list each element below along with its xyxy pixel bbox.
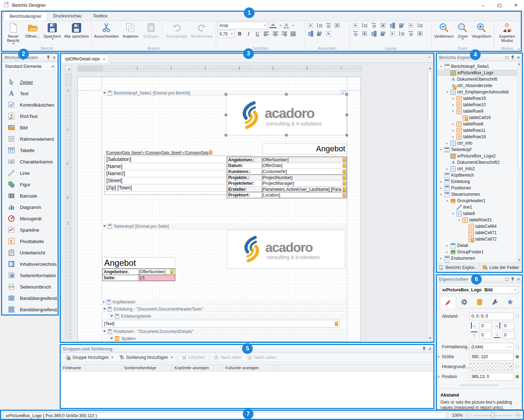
toolbox-item-charakterkamm[interactable]: abCharakterkamm [2, 156, 58, 167]
layout-tool-icon[interactable] [307, 22, 314, 29]
scroll-up-icon[interactable] [429, 67, 432, 69]
abstand-value-field[interactable]: 0; 0; 0; 0 [470, 312, 514, 320]
layout-tool-icon[interactable] [316, 22, 323, 29]
layout-tool-icon[interactable] [334, 22, 341, 29]
layout-tool-icon[interactable] [417, 30, 423, 37]
expand-arrow-icon[interactable]: ▸ [451, 135, 455, 139]
toolbox-item-pivottabelle[interactable]: ΣPivottabelle [2, 236, 58, 247]
collapse-arrow-icon[interactable] [103, 308, 106, 310]
scrollbar-thumb[interactable] [428, 71, 432, 121]
tab-list-dropdown-icon[interactable] [428, 57, 431, 58]
layout-tool-icon[interactable] [307, 30, 314, 37]
expand-arrow-icon[interactable]: ▸ [439, 186, 443, 190]
collapse-arrow-icon[interactable] [110, 315, 113, 317]
collapse-arrow-icon[interactable] [103, 330, 106, 332]
band-positionen[interactable]: Positionen - "Document.DocumentDetails" [102, 329, 347, 334]
collapse-arrow-icon[interactable]: ▾ [445, 199, 449, 203]
design-vertical-scrollbar[interactable] [427, 65, 433, 341]
selection-handle[interactable] [346, 134, 348, 136]
close-icon[interactable]: × [508, 0, 524, 11]
chevron-down-icon[interactable] [292, 25, 294, 26]
toolbox-item-figur[interactable]: Figur [2, 179, 58, 190]
pin-icon[interactable] [422, 347, 426, 351]
layout-tool-icon[interactable] [407, 30, 414, 37]
expand-arrow-icon[interactable]: ▸ [445, 250, 449, 254]
expand-arrow-icon[interactable] [103, 301, 105, 303]
expand-arrow-icon[interactable]: ▸ [451, 122, 455, 126]
picture-box-logo2[interactable]: acadoro consulting & it-solutions [227, 230, 345, 269]
selection-handle[interactable] [225, 114, 227, 116]
layout-tool-icon[interactable] [325, 22, 332, 29]
layout-tool-icon[interactable] [407, 22, 414, 29]
toolbox-item-seiteninformation[interactable]: iSeiteninformation [2, 270, 58, 281]
info-table-row[interactable]: Angebotsnr.:[OfferNumber] [227, 157, 347, 163]
toolbox-item-barcode[interactable]: Barcode [2, 190, 58, 201]
info-table-row[interactable]: Projektleiter:[ProjectManager] [227, 181, 347, 187]
toolbox-item-unterbericht[interactable]: Unterbericht [2, 247, 58, 258]
vertical-ruler[interactable]: 123 [65, 74, 71, 340]
toolbox-item-bild[interactable]: Bild [2, 122, 58, 133]
tree-item[interactable]: ▸ctrl_Info2 [437, 166, 522, 172]
tree-item[interactable]: ▸tableRow10 [437, 102, 522, 108]
underline-button[interactable]: U [253, 30, 261, 38]
delete-button[interactable]: Löschen [179, 354, 207, 361]
toolbox-item-banduebergreifend2[interactable]: Bandübergreifend... [2, 304, 58, 314]
column-header-2[interactable]: Sortierreihenfolge [122, 365, 172, 371]
tree-item[interactable]: ctrl_Absenderzeile [437, 82, 522, 89]
tree-item[interactable]: line1 [437, 204, 522, 210]
font-size-combo[interactable]: 9,75 [218, 30, 235, 38]
zoom-in-button[interactable]: Vergrößern [471, 22, 492, 38]
page-header-title-label[interactable]: Angebot [102, 257, 175, 269]
band-collapse-button[interactable] [65, 88, 71, 92]
layout-tool-icon[interactable] [398, 22, 405, 29]
toolbox-item-inhaltsverzeichnis[interactable]: Inhaltsverzeichnis [2, 258, 58, 270]
selection-handle[interactable] [285, 93, 288, 96]
resize-grip-icon[interactable] [518, 414, 522, 418]
new-report-button[interactable]: Neuer Bericht [4, 22, 23, 44]
tree-item[interactable]: tableCell64 [437, 223, 522, 230]
tree-item[interactable]: ▾Seitenkopf [437, 146, 522, 153]
pin-icon[interactable] [47, 55, 50, 59]
splitter-grip[interactable] [460, 384, 499, 386]
copy-button[interactable]: Kopieren [120, 22, 141, 38]
toolbox-item-messgeraet[interactable]: Messgerät [2, 213, 58, 224]
close-tab-icon[interactable]: × [103, 57, 105, 61]
move-down-button[interactable]: Nach unten [245, 354, 278, 361]
info-table-row[interactable]: Projektort:[Location] [227, 192, 347, 198]
tree-item[interactable]: ▸tableRow6 [437, 121, 522, 127]
explorer-scrollbar[interactable] [517, 61, 522, 263]
toolbox-item-richtext[interactable]: ARichText [2, 111, 58, 122]
dialog-launcher-icon[interactable] [517, 48, 519, 50]
toolbox-category-standard-elemente[interactable]: Standard Elemente [2, 62, 58, 71]
tree-item[interactable]: ▾table8 [437, 210, 522, 217]
toolbox-item-tabelle[interactable]: Tabelle [2, 145, 58, 156]
collapse-arrow-icon[interactable] [103, 92, 106, 94]
expand-arrow-icon[interactable]: ▸ [451, 129, 455, 132]
close-icon[interactable]: × [517, 56, 520, 59]
tree-item[interactable]: ▸Endsummen [437, 255, 522, 262]
layout-tool-icon[interactable] [389, 22, 396, 29]
selection-handle[interactable] [346, 114, 348, 116]
padding-right-field[interactable]: 0 [502, 322, 514, 329]
paste-button[interactable]: Einfügen [142, 22, 161, 38]
info-table-row[interactable]: Projektnr.:[ProjectNumber] [227, 175, 347, 181]
property-indicator[interactable] [516, 375, 519, 378]
expand-arrow-icon[interactable]: ▸ [451, 103, 455, 107]
cut-button[interactable]: Ausschneiden [93, 22, 119, 38]
layout-tool-icon[interactable] [361, 30, 368, 37]
property-indicator[interactable] [516, 365, 519, 368]
tree-item[interactable]: tableCell72 [437, 236, 522, 242]
selection-handle[interactable] [225, 134, 227, 136]
tree-item[interactable]: Kopfbereich [437, 172, 522, 178]
tree-item[interactable]: ▸tableRow11 [437, 127, 522, 134]
offer-info-table[interactable]: Angebotsnr.:[OfferNumber]Datum:[OfferDat… [227, 157, 347, 198]
expand-arrow-icon[interactable] [438, 355, 440, 358]
hintergrund-color-dropdown[interactable] [470, 363, 514, 371]
collapse-arrow-icon[interactable] [103, 225, 106, 227]
expand-arrow-icon[interactable]: ▸ [451, 97, 455, 100]
layout-tool-icon[interactable] [325, 30, 332, 37]
collapse-arrow-icon[interactable]: ▾ [439, 65, 443, 68]
layout-tool-icon[interactable] [352, 30, 359, 37]
add-sorting-button[interactable]: Sortierung hinzufügen [117, 354, 175, 361]
horizontal-ruler[interactable]: 1234567 [77, 65, 362, 72]
